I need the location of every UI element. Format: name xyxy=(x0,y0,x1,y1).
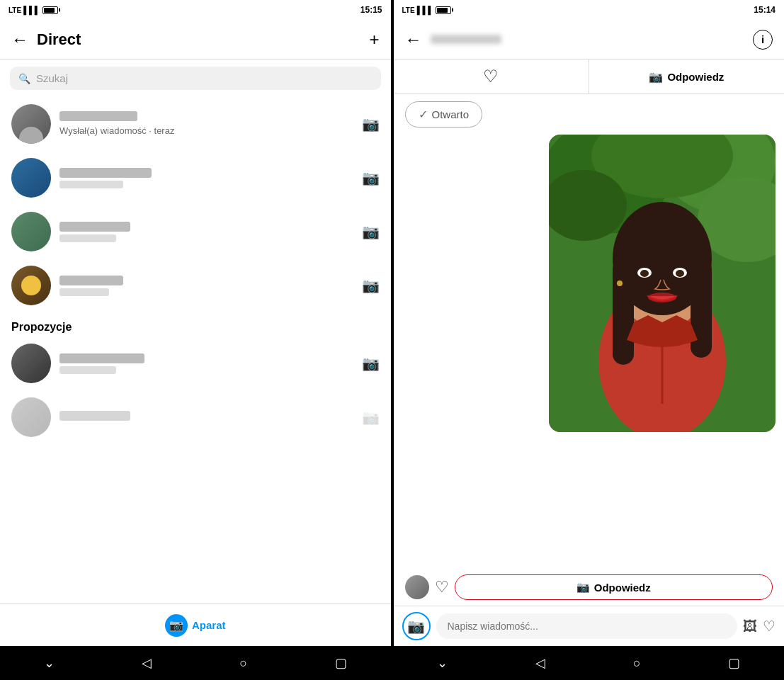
page-title: Direct xyxy=(37,30,369,49)
camera-input-icon: 📷 xyxy=(407,618,425,635)
bottom-bar: 📷 Aparat xyxy=(0,604,391,646)
heart-button-bottom[interactable]: ♡ xyxy=(435,578,449,596)
chat-header: ← i xyxy=(394,20,785,60)
conv-info xyxy=(59,222,353,242)
photo-bottom-row: ♡ 📷 Odpowiedz xyxy=(394,569,785,606)
heart-icon-input[interactable]: ♡ xyxy=(763,618,776,635)
image-icon[interactable]: 🖼 xyxy=(743,618,757,635)
camera-circle-icon: 📷 xyxy=(165,614,188,637)
suggestion-item[interactable]: 📷 xyxy=(0,390,391,444)
input-action-icons: 🖼 ♡ xyxy=(743,618,776,635)
heart-icon-top: ♡ xyxy=(483,67,499,86)
camera-icon[interactable]: 📷 xyxy=(362,169,380,186)
nav-down-button-right[interactable]: ⌄ xyxy=(437,655,448,671)
svg-point-14 xyxy=(640,270,649,277)
avatar xyxy=(11,212,51,251)
photo-content xyxy=(549,135,776,432)
conversation-item[interactable]: 📷 xyxy=(0,205,391,259)
avatar xyxy=(11,104,51,144)
camera-icon-reply-bottom: 📷 xyxy=(576,581,590,594)
suggestions-section-label: Propozycje xyxy=(0,312,391,336)
back-button[interactable]: ← xyxy=(11,31,28,48)
search-placeholder: Szukaj xyxy=(36,72,68,84)
photo-message xyxy=(549,135,776,432)
avatar xyxy=(11,266,51,305)
suggestion-name xyxy=(59,411,130,421)
svg-point-16 xyxy=(648,293,676,302)
status-bar-right: LTE ▌▌▌ 15:14 xyxy=(394,0,785,20)
nav-back-button[interactable]: ◁ xyxy=(142,655,152,671)
android-nav-right: ⌄ ◁ ○ ▢ xyxy=(394,646,785,680)
conv-info xyxy=(59,411,353,424)
direct-header: ← Direct + xyxy=(0,20,391,60)
android-nav-left: ⌄ ◁ ○ ▢ xyxy=(0,646,391,680)
camera-icon[interactable]: 📷 xyxy=(362,355,380,372)
lte-icon-right: LTE xyxy=(402,6,415,14)
avatar xyxy=(11,397,51,437)
camera-icon[interactable]: 📷 xyxy=(362,409,380,426)
conv-name xyxy=(59,276,123,285)
battery-icon-right xyxy=(436,6,451,14)
sender-avatar xyxy=(405,575,429,599)
info-button[interactable]: i xyxy=(753,30,773,50)
conversation-item[interactable]: 📷 xyxy=(0,151,391,205)
camera-input-button[interactable]: 📷 xyxy=(402,612,431,640)
conv-subtitle xyxy=(59,288,109,296)
conv-info xyxy=(59,353,353,374)
conv-name xyxy=(59,111,137,121)
message-input[interactable] xyxy=(436,613,738,639)
signal-bars-icon-right: ▌▌▌ xyxy=(417,6,433,14)
reply-button-top[interactable]: 📷 Odpowiedz xyxy=(589,60,784,94)
nav-back-button-right[interactable]: ◁ xyxy=(535,655,545,671)
conv-name xyxy=(59,222,130,232)
reply-button-highlighted[interactable]: 📷 Odpowiedz xyxy=(455,574,773,600)
status-time-right: 15:14 xyxy=(754,5,776,15)
suggestion-name xyxy=(59,353,144,363)
search-bar[interactable]: 🔍 Szukaj xyxy=(10,67,381,90)
nav-down-button[interactable]: ⌄ xyxy=(44,655,55,671)
conv-subtitle: Wysłał(a) wiadomość · teraz xyxy=(59,125,174,136)
suggestion-item[interactable]: 📷 xyxy=(0,336,391,390)
otwarto-badge: ✓ Otwarto xyxy=(405,101,483,128)
camera-icon-reply-top: 📷 xyxy=(649,70,663,84)
username-display xyxy=(431,35,501,44)
message-input-bar: 📷 🖼 ♡ xyxy=(394,606,785,646)
lte-icon: LTE xyxy=(8,6,21,14)
right-phone: LTE ▌▌▌ 15:14 ← i ♡ 📷 Odpowiedz ✓ Otwart… xyxy=(394,0,785,680)
left-phone: LTE ▌▌▌ 15:15 ← Direct + 🔍 Szukaj xyxy=(0,0,391,680)
info-icon: i xyxy=(761,33,764,45)
nav-home-button[interactable]: ○ xyxy=(239,656,247,671)
nav-square-button[interactable]: ▢ xyxy=(335,655,347,671)
svg-point-15 xyxy=(676,270,684,277)
conversation-item[interactable]: 📷 xyxy=(0,259,391,312)
conversation-item[interactable]: Wysłał(a) wiadomość · teraz 📷 xyxy=(0,97,391,151)
new-message-button[interactable]: + xyxy=(369,31,379,48)
suggestion-sub xyxy=(59,366,116,374)
camera-icon[interactable]: 📷 xyxy=(362,115,380,132)
avatar xyxy=(11,344,51,383)
heart-button-top[interactable]: ♡ xyxy=(394,60,589,94)
conv-name xyxy=(59,168,152,178)
conv-info: Wysłał(a) wiadomość · teraz xyxy=(59,111,353,137)
nav-home-button-right[interactable]: ○ xyxy=(633,656,641,671)
camera-button[interactable]: 📷 Aparat xyxy=(165,614,226,637)
back-button-right[interactable]: ← xyxy=(405,31,422,48)
otwarto-label: Otwarto xyxy=(432,108,470,120)
camera-icon[interactable]: 📷 xyxy=(362,223,380,240)
signal-bars-icon: ▌▌▌ xyxy=(23,6,40,14)
reply-label-top: Odpowiedz xyxy=(667,71,724,83)
conv-info xyxy=(59,168,353,188)
battery-icon xyxy=(42,6,58,14)
check-icon: ✓ xyxy=(419,108,428,121)
signal-icons: LTE ▌▌▌ xyxy=(8,6,58,14)
signal-icons-right: LTE ▌▌▌ xyxy=(402,6,452,14)
conv-subtitle xyxy=(59,181,123,188)
svg-point-17 xyxy=(617,280,623,286)
search-icon: 🔍 xyxy=(18,73,30,84)
reply-label-bottom: Odpowiedz xyxy=(594,582,651,594)
camera-icon[interactable]: 📷 xyxy=(362,277,380,294)
conversation-list: Wysłał(a) wiadomość · teraz 📷 📷 📷 xyxy=(0,97,391,604)
status-bar-left: LTE ▌▌▌ 15:15 xyxy=(0,0,391,20)
nav-square-button-right[interactable]: ▢ xyxy=(728,655,740,671)
avatar xyxy=(11,158,51,198)
